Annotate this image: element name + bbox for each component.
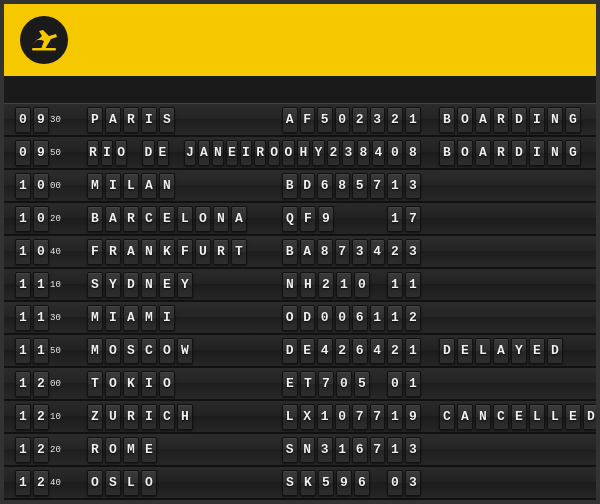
flip-char: 7: [370, 404, 386, 430]
flip-char: 8: [335, 173, 351, 199]
flip-char: E: [457, 338, 473, 364]
flight-row: 1000 MILAN BD6857 13: [4, 170, 596, 203]
flip-char: O: [457, 140, 473, 166]
departures-board: 0930 PARIS AF5023 21 BOARDING 0950 RIO D…: [0, 0, 600, 504]
flip-char: 2: [33, 404, 49, 430]
time-superscript: 00: [50, 379, 61, 389]
flip-char: 7: [370, 173, 386, 199]
flip-char: O: [115, 140, 127, 166]
flip-char: L: [529, 404, 545, 430]
flight-row: 1020 BARCELONA QF9 17: [4, 203, 596, 236]
cell-time: 1040: [14, 239, 86, 265]
flip-char: A: [475, 107, 491, 133]
flip-char: J: [184, 140, 196, 166]
flip-char: F: [177, 239, 193, 265]
flip-char: 7: [335, 239, 351, 265]
time-superscript: 30: [50, 115, 61, 125]
flip-char: W: [177, 338, 193, 364]
flip-char: H: [300, 272, 316, 298]
flip-char: D: [439, 338, 455, 364]
flip-char: 1: [15, 272, 31, 298]
cell-gate: 11: [386, 272, 438, 298]
flip-char: O: [195, 206, 211, 232]
flip-char: E: [159, 206, 175, 232]
flip-char: D: [142, 140, 154, 166]
time-superscript: 10: [50, 412, 61, 422]
flip-char: I: [529, 107, 545, 133]
flip-char: O: [282, 305, 298, 331]
flip-char: U: [195, 239, 211, 265]
flip-char: 7: [370, 437, 386, 463]
flip-char: L: [282, 404, 298, 430]
cell-destination: ZURICH: [86, 404, 281, 430]
flip-char: 4: [370, 239, 386, 265]
flip-char: O: [159, 371, 175, 397]
flip-char: 1: [317, 404, 333, 430]
flip-char: 7: [405, 206, 421, 232]
flip-char: 0: [336, 371, 352, 397]
flip-char: G: [565, 107, 581, 133]
flip-char: Q: [282, 206, 298, 232]
flip-char: 2: [327, 140, 340, 166]
flip-char: O: [457, 107, 473, 133]
time-superscript: 40: [50, 478, 61, 488]
cell-gate: 13: [386, 437, 438, 463]
flip-char: D: [300, 173, 316, 199]
flip-char: O: [105, 437, 121, 463]
flip-char: M: [123, 437, 139, 463]
cell-flight-number: LX1077: [281, 404, 386, 430]
cell-flight-number: DE4264: [281, 338, 386, 364]
flip-char: 6: [317, 173, 333, 199]
flip-char: 0: [15, 107, 31, 133]
flip-char: L: [123, 470, 139, 496]
flip-char: 1: [370, 305, 386, 331]
flip-char: 0: [33, 206, 49, 232]
flip-char: 8: [317, 239, 333, 265]
flip-char: C: [141, 206, 157, 232]
time-superscript: 50: [50, 346, 61, 356]
flip-char: B: [439, 140, 455, 166]
flip-char: L: [123, 173, 139, 199]
flip-char: O: [159, 338, 175, 364]
flip-char: 9: [318, 206, 334, 232]
flip-char: 3: [405, 239, 421, 265]
cell-destination: OSLO: [86, 470, 281, 496]
flip-char: 1: [387, 173, 403, 199]
flip-char: 3: [352, 239, 368, 265]
cell-flight-number: OD0061: [281, 305, 386, 331]
flip-char: E: [529, 338, 545, 364]
cell-time: 0950: [14, 140, 86, 166]
flip-char: G: [565, 140, 581, 166]
cell-gate: 19: [386, 404, 438, 430]
cell-destination: TOKIO: [86, 371, 281, 397]
flip-char: O: [268, 140, 280, 166]
flip-char: 2: [33, 437, 49, 463]
cell-flight-number: QF9: [281, 206, 386, 232]
time-superscript: 00: [50, 181, 61, 191]
flight-row: 1110 SYDNEY NH210 11: [4, 269, 596, 302]
flip-char: 4: [370, 338, 386, 364]
flip-char: 5: [317, 107, 333, 133]
flip-char: E: [141, 437, 157, 463]
flight-row: 1040 FRANKFURT BA8734 23: [4, 236, 596, 269]
flip-char: 2: [33, 470, 49, 496]
flip-char: 2: [387, 107, 403, 133]
flip-char: 2: [335, 338, 351, 364]
flip-char: R: [105, 239, 121, 265]
flip-char: R: [123, 206, 139, 232]
flip-char: A: [123, 305, 139, 331]
flip-char: C: [141, 338, 157, 364]
flip-char: 1: [33, 305, 49, 331]
flip-char: 1: [387, 272, 403, 298]
cell-time: 1130: [14, 305, 86, 331]
flip-char: E: [159, 272, 175, 298]
flip-char: U: [105, 404, 121, 430]
flip-char: E: [282, 371, 298, 397]
flip-char: 7: [352, 404, 368, 430]
flip-char: 5: [318, 470, 334, 496]
flip-char: 2: [318, 272, 334, 298]
cell-destination: MILAN: [86, 173, 281, 199]
cell-time: 1240: [14, 470, 86, 496]
flip-char: 9: [33, 107, 49, 133]
flip-space: [129, 140, 140, 166]
